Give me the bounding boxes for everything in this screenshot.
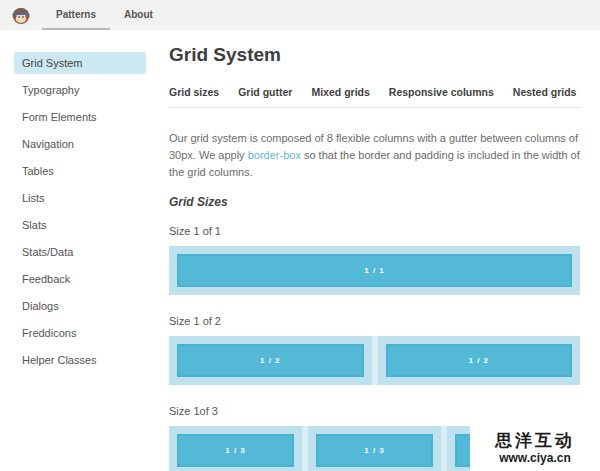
section-heading-grid-sizes: Grid Sizes: [169, 195, 580, 209]
sidebar-item-dialogs[interactable]: Dialogs: [14, 295, 146, 317]
border-box-link[interactable]: border-box: [248, 149, 301, 161]
sidebar-item-grid-system[interactable]: Grid System: [14, 52, 146, 74]
watermark-url: www.ciya.cn: [499, 451, 571, 465]
sidebar-item-stats-data[interactable]: Stats/Data: [14, 241, 146, 263]
main-content: Grid System Grid sizes Grid gutter Mixed…: [160, 30, 600, 471]
grid-unit-bar: 1 / 2: [386, 344, 573, 377]
watermark-text: 思洋互动: [495, 431, 575, 451]
sidebar-item-freddicons[interactable]: Freddicons: [14, 322, 146, 344]
tab-nested-grids[interactable]: Nested grids: [513, 86, 577, 107]
sidebar: Grid System Typography Form Elements Nav…: [0, 30, 160, 471]
grid-unit: 1 / 1: [169, 246, 580, 295]
nav-link-about[interactable]: About: [110, 0, 167, 30]
sidebar-item-form-elements[interactable]: Form Elements: [14, 106, 146, 128]
tab-divider: [169, 107, 580, 108]
grid-unit: 1 / 3: [169, 426, 302, 471]
tab-grid-sizes[interactable]: Grid sizes: [169, 86, 219, 107]
brand-logo[interactable]: [0, 0, 42, 30]
demo-label-1-of-1: Size 1 of 1: [169, 225, 580, 237]
demo-size-1-of-1: Size 1 of 1 1 / 1: [169, 225, 580, 295]
grid-unit-bar: 1 / 3: [316, 434, 433, 467]
demo-size-1-of-2: Size 1 of 2 1 / 2 1 / 2: [169, 315, 580, 385]
freddie-monkey-icon: [11, 5, 31, 25]
grid-unit: 1 / 2: [378, 336, 581, 385]
grid-demo-row-1: 1 / 1: [169, 246, 580, 295]
top-navbar: Patterns About: [0, 0, 600, 30]
tab-mixed-grids[interactable]: Mixed grids: [311, 86, 369, 107]
grid-demo-row-2: 1 / 2 1 / 2: [169, 336, 580, 385]
sidebar-item-lists[interactable]: Lists: [14, 187, 146, 209]
grid-unit-bar: 1 / 2: [177, 344, 364, 377]
tab-grid-gutter[interactable]: Grid gutter: [238, 86, 292, 107]
sidebar-item-feedback[interactable]: Feedback: [14, 268, 146, 290]
sidebar-item-helper-classes[interactable]: Helper Classes: [14, 349, 146, 371]
sidebar-item-slats[interactable]: Slats: [14, 214, 146, 236]
intro-paragraph: Our grid system is composed of 8 flexibl…: [169, 130, 580, 181]
page-title: Grid System: [169, 44, 580, 66]
tab-bar: Grid sizes Grid gutter Mixed grids Respo…: [169, 86, 580, 107]
grid-unit: 1 / 2: [169, 336, 372, 385]
sidebar-item-navigation[interactable]: Navigation: [14, 133, 146, 155]
sidebar-item-typography[interactable]: Typography: [14, 79, 146, 101]
tab-responsive-columns[interactable]: Responsive columns: [389, 86, 494, 107]
grid-unit-bar: 1 / 3: [177, 434, 294, 467]
watermark-overlay: 思洋互动 www.ciya.cn: [470, 425, 600, 471]
demo-label-1-of-2: Size 1 of 2: [169, 315, 580, 327]
grid-unit: 1 / 3: [308, 426, 441, 471]
grid-unit-bar: 1 / 1: [177, 254, 572, 287]
nav-link-patterns[interactable]: Patterns: [42, 0, 110, 30]
navbar-links: Patterns About: [42, 0, 167, 30]
sidebar-item-tables[interactable]: Tables: [14, 160, 146, 182]
demo-label-1-of-3: Size 1of 3: [169, 405, 580, 417]
page-layout: Grid System Typography Form Elements Nav…: [0, 30, 600, 471]
